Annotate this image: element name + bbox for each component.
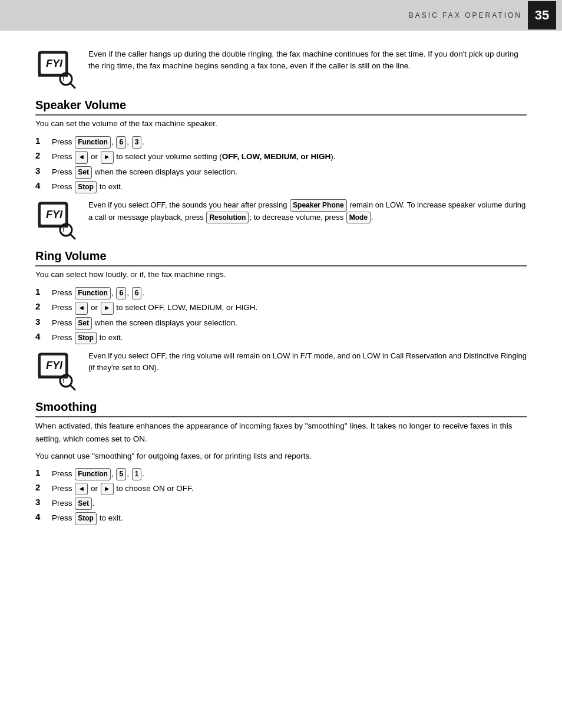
fyi-icon-3: FYI ! [35,350,88,394]
step-sm-2: 2 Press ◄ or ► to choose ON or OFF. [35,482,527,495]
svg-text:!: ! [62,76,64,83]
speaker-phone-key: Speaker Phone [290,199,347,212]
svg-text:!: ! [62,378,64,384]
smoothing-desc1: When activated, this feature enhances th… [35,420,527,445]
fyi-speaker-text: Even if you select OFF, the sounds you h… [88,199,527,234]
ring-volume-steps: 1 Press Function, 6, 6. 2 Press ◄ or ► t… [35,286,527,344]
speaker-volume-desc: You can set the volume of the fax machin… [35,118,527,130]
page-number: 35 [528,1,556,29]
smoothing-desc2: You cannot use "smoothing" for outgoing … [35,450,527,463]
left-arrow-key: ◄ [75,151,88,163]
stop-key-sm: Stop [75,512,97,525]
speaker-volume-steps: 1 Press Function, 6, 3. 2 Press ◄ or ► t… [35,136,527,193]
fyi-icon-2: FYI ! [35,199,88,243]
step-rv-2: 2 Press ◄ or ► to select OFF, LOW, MEDIU… [35,301,527,314]
key-1: 1 [132,468,142,480]
key-6b: 6 [116,287,126,299]
header-title: BASIC FAX OPERATION [409,11,522,19]
fyi-ring-text: Even if you select OFF, the ring volume … [88,350,527,384]
ring-volume-heading: Ring Volume [35,249,527,266]
speaker-volume-section: Speaker Volume You can set the volume of… [35,98,527,243]
left-arrow-key-sm: ◄ [75,483,88,495]
right-arrow-key-rv: ► [101,302,114,314]
ring-volume-desc: You can select how loudly, or if, the fa… [35,269,527,281]
key-6c: 6 [132,287,142,299]
step-sv-3: 3 Press Set when the screen displays you… [35,166,527,179]
function-key: Function [75,136,111,149]
step-rv-3: 3 Press Set when the screen displays you… [35,317,527,330]
header-bar: BASIC FAX OPERATION 35 [0,0,562,31]
key-6a: 6 [116,136,126,149]
right-arrow-key: ► [101,151,114,163]
ring-volume-section: Ring Volume You can select how loudly, o… [35,249,527,394]
function-key-sm: Function [75,468,111,480]
stop-key: Stop [75,181,97,193]
step-rv-1: 1 Press Function, 6, 6. [35,286,527,299]
key-5: 5 [116,468,126,480]
right-arrow-key-sm: ► [101,483,114,495]
smoothing-section: Smoothing When activated, this feature e… [35,400,527,525]
set-key: Set [75,166,92,179]
main-content: FYI ! Even if the caller hangs up during… [0,31,562,555]
fyi-ring-block: FYI ! Even if you select OFF, the ring v… [35,350,527,394]
step-sm-1: 1 Press Function, 5, 1. [35,467,527,480]
key-3: 3 [132,136,142,149]
step-sv-2: 2 Press ◄ or ► to select your volume set… [35,150,527,163]
mode-key: Mode [346,212,371,224]
resolution-key: Resolution [206,212,249,224]
step-rv-4: 4 Press Stop to exit. [35,331,527,344]
step-sv-4: 4 Press Stop to exit. [35,180,527,193]
svg-text:FYI: FYI [46,58,63,70]
svg-text:FYI: FYI [46,360,63,371]
set-key-rv: Set [75,317,92,330]
smoothing-heading: Smoothing [35,400,527,417]
svg-text:FYI: FYI [46,209,63,220]
svg-line-5 [70,83,75,88]
step-sm-4: 4 Press Stop to exit. [35,512,527,525]
set-key-sm: Set [75,498,92,510]
step-sv-1: 1 Press Function, 6, 3. [35,136,527,149]
fyi-intro-block: FYI ! Even if the caller hangs up during… [35,48,527,93]
fyi-intro-text: Even if the caller hangs up during the d… [88,48,527,73]
svg-line-19 [70,385,75,390]
step-sm-3: 3 Press Set. [35,497,527,510]
stop-key-rv: Stop [75,332,97,344]
fyi-speaker-block: FYI ! Even if you select OFF, the sounds… [35,199,527,243]
function-key-rv: Function [75,287,111,299]
speaker-volume-heading: Speaker Volume [35,98,527,116]
smoothing-steps: 1 Press Function, 5, 1. 2 Press ◄ or ► t… [35,467,527,525]
svg-line-12 [70,234,75,239]
fyi-icon-1: FYI ! [35,48,88,93]
left-arrow-key-rv: ◄ [75,302,88,314]
svg-text:!: ! [62,227,64,233]
